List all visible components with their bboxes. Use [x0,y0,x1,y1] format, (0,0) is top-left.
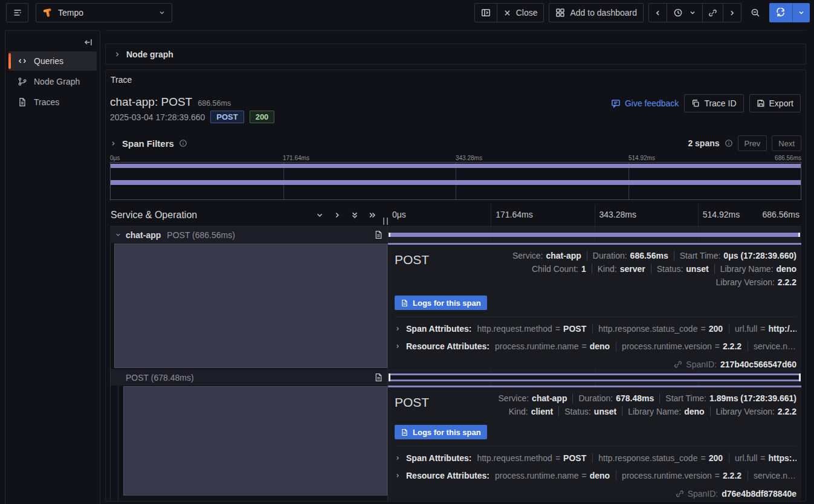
toggle-panel-button[interactable] [475,4,497,22]
apps-grid-icon [555,8,565,18]
span-detail-title: POST [395,395,429,418]
comment-icon [611,99,621,108]
field-value: 0μs (17:28:39.660) [723,251,796,260]
minimap-span-bar [111,164,801,168]
span-id-label: SpanID: [686,360,717,369]
span-row[interactable]: POST (678.48ms) [110,369,801,386]
trace-panel-title: Trace [111,75,132,85]
tick-label: 0μs [392,210,406,219]
datasource-picker[interactable]: Tempo [36,3,172,22]
export-button[interactable]: Export [749,94,801,112]
refresh-button[interactable] [769,3,792,22]
tick-label: 171.64ms [283,155,309,161]
span-filters-title[interactable]: Span Filters [122,138,174,149]
logs-for-span-button[interactable]: Logs for this span [395,296,487,310]
sidebar-item-node-graph[interactable]: Node Graph [8,72,97,91]
attr-value: http:/… [769,324,796,334]
attr-value: 200 [709,324,723,334]
export-label: Export [769,99,793,108]
collapse-one-icon[interactable] [313,208,326,222]
resource-attributes-row[interactable]: Resource Attributes: process.runtime.nam… [395,337,796,355]
span-attributes-row[interactable]: Span Attributes: http.request.method=POS… [395,449,796,467]
content-divider [105,30,806,31]
field-label: Child Count: [532,264,578,274]
mega-menu-button[interactable] [6,3,28,22]
span-row[interactable]: chat-app POST (686.56ms) [110,227,801,243]
span-duration-bar[interactable] [389,233,800,237]
span-logs-icon[interactable] [374,373,383,382]
span-detail-left-panel[interactable] [114,244,387,368]
add-to-dashboard-button[interactable]: Add to dashboard [549,4,643,22]
grid-line [698,204,699,226]
trace-id-button[interactable]: Trace ID [684,94,743,112]
close-button[interactable]: Close [497,4,544,22]
chevron-down-icon [689,9,696,16]
node-graph-collapsed-panel[interactable]: Node graph [105,44,806,65]
span-duration-bar[interactable] [389,373,801,381]
minimap-span-bar [111,180,801,185]
copy-time-range-button[interactable] [702,4,723,22]
copy-icon [691,99,700,108]
time-shift-forward-button[interactable] [723,4,741,22]
collapse-all-icon[interactable] [348,208,361,222]
field-value: unset [594,407,616,416]
field-label: Service: [499,393,529,403]
span-count: 2 spans [688,138,719,148]
attr-eq: = [760,324,765,334]
indent-guide [110,369,111,386]
span-overview: Service:chat-app Duration:678.48ms Start… [499,392,796,418]
prev-span-button[interactable]: Prev [738,135,767,151]
tick-label: 686.56ms [775,155,801,161]
document-icon [18,97,27,107]
span-detail: POST Service:chat-app Duration:678.48ms … [110,386,801,500]
chevron-down-icon[interactable] [115,231,121,238]
sidebar-item-queries[interactable]: Queries [8,51,97,71]
zoom-out-button[interactable] [746,3,764,22]
field-label: Status: [564,407,591,416]
tick-label: 171.64ms [496,210,532,219]
minimap-tick-labels: 0μs 171.64ms 343.28ms 514.92ms 686.56ms [110,155,801,162]
attr-key: process.runtime.version [622,471,712,480]
timeline-minimap[interactable] [110,162,801,200]
next-span-button[interactable]: Next [772,135,801,151]
indent-guide [118,386,118,500]
field-value: 678.48ms [616,393,654,403]
attr-key: http.response.status_code [598,453,697,463]
span-overview: Service:chat-app Duration:686.56ms Start… [512,249,796,289]
field-value: unset [686,264,708,274]
link-icon[interactable] [674,360,682,369]
attr-eq: = [715,341,720,351]
time-shift-back-button[interactable] [649,4,667,22]
logs-for-span-button[interactable]: Logs for this span [395,425,487,439]
expand-all-icon[interactable] [366,208,379,222]
give-feedback-link[interactable]: Give feedback [611,99,679,108]
span-detail-left-panel[interactable] [123,386,387,496]
span-id-value: d76e4b8df878840e [722,489,796,499]
attr-value: 2.2.2 [723,341,741,351]
resource-attributes-row[interactable]: Resource Attributes: process.runtime.nam… [395,467,796,484]
attributes-label: Resource Attributes: [406,471,489,480]
attr-key: process.runtime.version [622,341,712,351]
refresh-icon [776,8,786,18]
attr-eq: = [700,453,705,463]
expand-one-icon[interactable] [331,208,344,222]
sidebar-item-label: Queries [34,56,63,66]
chevron-right-icon[interactable] [110,140,117,147]
span-logs-icon[interactable] [374,230,383,239]
tick-label: 0μs [110,155,120,161]
field-value: chat-app [546,251,581,260]
time-range-picker[interactable] [667,4,702,22]
span-operation-name: POST (678.48ms) [126,373,194,383]
field-label: Kind: [598,264,617,274]
collapse-sidebar-button[interactable] [80,34,97,50]
close-icon [503,9,511,17]
field-label: Library Name: [628,407,681,416]
sidebar-item-traces[interactable]: Traces [8,92,97,112]
span-id-row: SpanID: d76e4b8df878840e [395,489,796,499]
span-attributes-row[interactable]: Span Attributes: http.request.method=POS… [395,320,796,337]
attr-eq: = [555,453,560,463]
field-label: Kind: [509,407,528,416]
link-icon[interactable] [676,489,684,498]
span-service-name: chat-app [126,230,161,240]
refresh-interval-dropdown[interactable] [792,3,810,22]
